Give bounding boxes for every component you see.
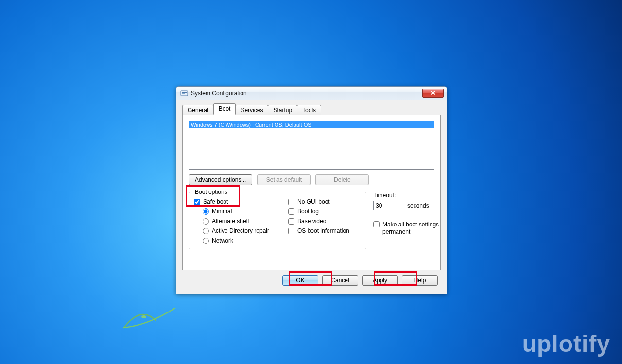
- safe-mode-minimal-radio[interactable]: Minimal: [203, 208, 281, 215]
- minimal-label: Minimal: [212, 208, 232, 215]
- timeout-label: Timeout:: [373, 192, 456, 199]
- adrepair-label: Active Directory repair: [212, 227, 269, 234]
- osbootinfo-label: OS boot information: [297, 227, 349, 234]
- safe-mode-network-radio[interactable]: Network: [203, 237, 281, 244]
- tab-tools[interactable]: Tools: [297, 105, 321, 115]
- make-permanent-label: Make all boot settings permanent: [382, 221, 456, 236]
- tab-startup[interactable]: Startup: [268, 105, 297, 115]
- safe-mode-adrepair-radio[interactable]: Active Directory repair: [203, 227, 281, 234]
- tab-services[interactable]: Services: [235, 105, 268, 115]
- boot-options-group: Boot options Safe boot Minimal: [189, 192, 366, 249]
- watermark: uplotify: [522, 330, 610, 357]
- svg-rect-2: [182, 92, 187, 93]
- base-video-checkbox[interactable]: Base video: [288, 218, 361, 225]
- close-icon: [431, 90, 435, 96]
- svg-point-0: [141, 315, 146, 318]
- titlebar[interactable]: System Configuration: [176, 87, 447, 100]
- safe-mode-altshell-radio[interactable]: Alternate shell: [203, 218, 281, 225]
- tab-boot[interactable]: Boot: [213, 103, 236, 115]
- boot-options-label: Boot options: [193, 189, 229, 195]
- timeout-input[interactable]: [373, 201, 404, 210]
- tab-general[interactable]: General: [182, 105, 214, 115]
- apply-button[interactable]: Apply: [362, 275, 398, 286]
- close-button[interactable]: [422, 89, 444, 98]
- basevideo-label: Base video: [297, 218, 326, 225]
- decorative-plant: [121, 301, 180, 330]
- tabstrip: General Boot Services Startup Tools: [182, 104, 441, 115]
- advanced-options-button[interactable]: Advanced options...: [189, 174, 252, 185]
- timeout-unit: seconds: [407, 202, 429, 209]
- network-label: Network: [212, 237, 233, 244]
- msconfig-window: System Configuration General Boot Servic…: [176, 86, 447, 294]
- timeout-group: Timeout: seconds Make all boot settings …: [370, 192, 456, 249]
- os-boot-info-checkbox[interactable]: OS boot information: [288, 227, 361, 234]
- boot-log-checkbox[interactable]: Boot log: [288, 208, 361, 215]
- no-gui-label: No GUI boot: [297, 198, 330, 205]
- safe-boot-label: Safe boot: [203, 198, 228, 205]
- boot-entry[interactable]: Windows 7 (C:\Windows) : Current OS; Def…: [189, 121, 434, 128]
- app-icon: [180, 89, 188, 97]
- window-title: System Configuration: [191, 90, 247, 97]
- bootlog-label: Boot log: [297, 208, 319, 215]
- no-gui-boot-checkbox[interactable]: No GUI boot: [288, 198, 361, 205]
- boot-tab-panel: Windows 7 (C:\Windows) : Current OS; Def…: [182, 115, 441, 270]
- altshell-label: Alternate shell: [212, 218, 249, 225]
- safe-boot-checkbox[interactable]: Safe boot: [194, 198, 281, 205]
- make-permanent-checkbox[interactable]: Make all boot settings permanent: [373, 221, 456, 236]
- ok-button[interactable]: OK: [282, 275, 318, 286]
- boot-entries-listbox[interactable]: Windows 7 (C:\Windows) : Current OS; Def…: [189, 121, 434, 170]
- delete-button: Delete: [315, 174, 369, 185]
- svg-rect-3: [182, 93, 185, 94]
- help-button[interactable]: Help: [402, 275, 438, 286]
- cancel-button[interactable]: Cancel: [322, 275, 358, 286]
- dialog-footer: OK Cancel Apply Help: [182, 270, 441, 288]
- set-as-default-button: Set as default: [257, 174, 311, 185]
